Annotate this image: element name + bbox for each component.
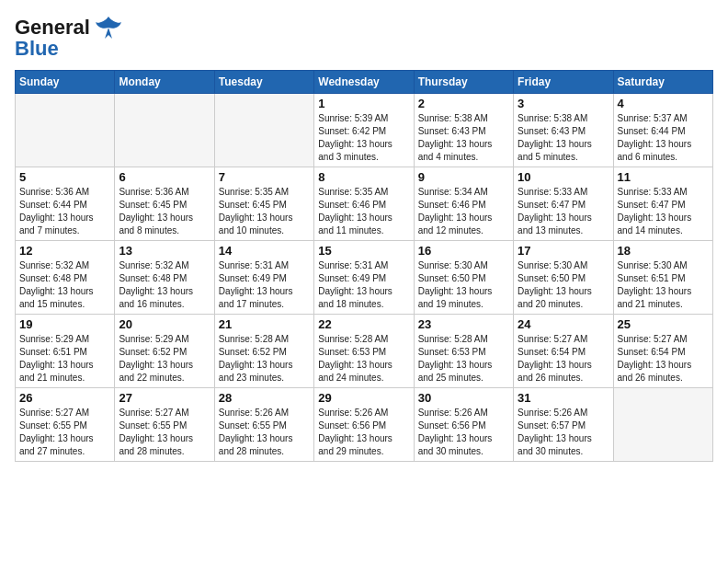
day-info: Sunrise: 5:34 AM Sunset: 6:46 PM Dayligh…: [418, 186, 509, 237]
day-info: Sunrise: 5:32 AM Sunset: 6:48 PM Dayligh…: [119, 259, 210, 311]
day-number: 19: [19, 317, 110, 331]
day-number: 21: [219, 317, 310, 331]
logo-container: General Blue: [15, 15, 123, 61]
logo: General Blue: [15, 15, 123, 61]
calendar-cell: 28Sunrise: 5:26 AM Sunset: 6:55 PM Dayli…: [214, 388, 313, 462]
day-number: 22: [318, 317, 409, 331]
day-number: 10: [518, 170, 609, 184]
day-info: Sunrise: 5:35 AM Sunset: 6:45 PM Dayligh…: [219, 186, 310, 237]
weekday-header-saturday: Saturday: [613, 71, 712, 94]
calendar-cell: 22Sunrise: 5:28 AM Sunset: 6:53 PM Dayli…: [314, 315, 414, 388]
calendar-cell: 31Sunrise: 5:26 AM Sunset: 6:57 PM Dayli…: [514, 388, 613, 462]
calendar-cell: 3Sunrise: 5:38 AM Sunset: 6:43 PM Daylig…: [514, 94, 613, 167]
calendar-cell: 17Sunrise: 5:30 AM Sunset: 6:50 PM Dayli…: [514, 241, 613, 315]
day-number: 5: [19, 170, 110, 184]
day-number: 13: [119, 244, 210, 258]
calendar-cell: 18Sunrise: 5:30 AM Sunset: 6:51 PM Dayli…: [613, 241, 712, 315]
week-row-0: 1Sunrise: 5:39 AM Sunset: 6:42 PM Daylig…: [16, 94, 713, 167]
day-info: Sunrise: 5:28 AM Sunset: 6:53 PM Dayligh…: [318, 333, 409, 385]
calendar-cell: 9Sunrise: 5:34 AM Sunset: 6:46 PM Daylig…: [414, 167, 513, 241]
day-number: 6: [119, 170, 210, 184]
day-number: 15: [318, 244, 409, 258]
day-number: 2: [418, 97, 509, 110]
calendar-cell: 8Sunrise: 5:35 AM Sunset: 6:46 PM Daylig…: [314, 167, 414, 241]
calendar-cell: 6Sunrise: 5:36 AM Sunset: 6:45 PM Daylig…: [115, 167, 214, 241]
day-info: Sunrise: 5:37 AM Sunset: 6:44 PM Dayligh…: [618, 112, 709, 164]
calendar-cell: 10Sunrise: 5:33 AM Sunset: 6:47 PM Dayli…: [514, 167, 613, 241]
calendar-cell: 19Sunrise: 5:29 AM Sunset: 6:51 PM Dayli…: [16, 315, 115, 388]
calendar-cell: 2Sunrise: 5:38 AM Sunset: 6:43 PM Daylig…: [414, 94, 513, 167]
calendar-cell: 29Sunrise: 5:26 AM Sunset: 6:56 PM Dayli…: [314, 388, 414, 462]
day-number: 18: [618, 244, 709, 258]
calendar-cell: 21Sunrise: 5:28 AM Sunset: 6:52 PM Dayli…: [214, 315, 313, 388]
day-number: 9: [418, 170, 509, 184]
day-info: Sunrise: 5:28 AM Sunset: 6:52 PM Dayligh…: [219, 333, 310, 385]
day-number: 24: [518, 317, 609, 331]
day-info: Sunrise: 5:27 AM Sunset: 6:54 PM Dayligh…: [518, 333, 609, 385]
day-info: Sunrise: 5:27 AM Sunset: 6:54 PM Dayligh…: [618, 333, 709, 385]
calendar-cell: 1Sunrise: 5:39 AM Sunset: 6:42 PM Daylig…: [314, 94, 414, 167]
weekday-header-friday: Friday: [514, 71, 613, 94]
day-number: 25: [618, 317, 709, 331]
day-info: Sunrise: 5:26 AM Sunset: 6:56 PM Dayligh…: [418, 407, 509, 458]
calendar-cell: 16Sunrise: 5:30 AM Sunset: 6:50 PM Dayli…: [414, 241, 513, 315]
calendar-cell: 15Sunrise: 5:31 AM Sunset: 6:49 PM Dayli…: [314, 241, 414, 315]
day-info: Sunrise: 5:30 AM Sunset: 6:50 PM Dayligh…: [518, 259, 609, 311]
logo-blue: Blue: [15, 37, 59, 61]
day-info: Sunrise: 5:26 AM Sunset: 6:55 PM Dayligh…: [219, 407, 310, 458]
day-number: 17: [518, 244, 609, 258]
calendar-cell: 7Sunrise: 5:35 AM Sunset: 6:45 PM Daylig…: [214, 167, 313, 241]
day-number: 3: [518, 97, 609, 110]
week-row-2: 12Sunrise: 5:32 AM Sunset: 6:48 PM Dayli…: [16, 241, 713, 315]
week-row-3: 19Sunrise: 5:29 AM Sunset: 6:51 PM Dayli…: [16, 315, 713, 388]
day-info: Sunrise: 5:26 AM Sunset: 6:56 PM Dayligh…: [318, 407, 409, 458]
day-info: Sunrise: 5:27 AM Sunset: 6:55 PM Dayligh…: [19, 407, 110, 458]
weekday-header-sunday: Sunday: [16, 71, 115, 94]
day-number: 12: [19, 244, 110, 258]
calendar-cell: 13Sunrise: 5:32 AM Sunset: 6:48 PM Dayli…: [115, 241, 214, 315]
day-number: 11: [618, 170, 709, 184]
day-info: Sunrise: 5:35 AM Sunset: 6:46 PM Dayligh…: [318, 186, 409, 237]
weekday-header-monday: Monday: [115, 71, 214, 94]
day-number: 26: [19, 391, 110, 405]
calendar-cell: 20Sunrise: 5:29 AM Sunset: 6:52 PM Dayli…: [115, 315, 214, 388]
day-number: 31: [518, 391, 609, 405]
day-info: Sunrise: 5:26 AM Sunset: 6:57 PM Dayligh…: [518, 407, 609, 458]
weekday-header-row: SundayMondayTuesdayWednesdayThursdayFrid…: [16, 71, 713, 94]
day-info: Sunrise: 5:33 AM Sunset: 6:47 PM Dayligh…: [518, 186, 609, 237]
calendar-cell: 4Sunrise: 5:37 AM Sunset: 6:44 PM Daylig…: [613, 94, 712, 167]
calendar-cell: 26Sunrise: 5:27 AM Sunset: 6:55 PM Dayli…: [16, 388, 115, 462]
day-number: 4: [618, 97, 709, 110]
calendar-cell: 14Sunrise: 5:31 AM Sunset: 6:49 PM Dayli…: [214, 241, 313, 315]
day-info: Sunrise: 5:30 AM Sunset: 6:50 PM Dayligh…: [418, 259, 509, 311]
day-number: 20: [119, 317, 210, 331]
calendar-cell: [115, 94, 214, 167]
day-info: Sunrise: 5:30 AM Sunset: 6:51 PM Dayligh…: [618, 259, 709, 311]
week-row-4: 26Sunrise: 5:27 AM Sunset: 6:55 PM Dayli…: [16, 388, 713, 462]
calendar-cell: 5Sunrise: 5:36 AM Sunset: 6:44 PM Daylig…: [16, 167, 115, 241]
calendar-cell: 25Sunrise: 5:27 AM Sunset: 6:54 PM Dayli…: [613, 315, 712, 388]
weekday-header-tuesday: Tuesday: [214, 71, 313, 94]
day-number: 23: [418, 317, 509, 331]
day-number: 30: [418, 391, 509, 405]
calendar-cell: 30Sunrise: 5:26 AM Sunset: 6:56 PM Dayli…: [414, 388, 513, 462]
day-info: Sunrise: 5:31 AM Sunset: 6:49 PM Dayligh…: [318, 259, 409, 311]
logo-bird-icon: [94, 15, 123, 40]
day-info: Sunrise: 5:29 AM Sunset: 6:51 PM Dayligh…: [19, 333, 110, 385]
day-number: 1: [318, 97, 409, 110]
calendar-cell: 24Sunrise: 5:27 AM Sunset: 6:54 PM Dayli…: [514, 315, 613, 388]
day-info: Sunrise: 5:38 AM Sunset: 6:43 PM Dayligh…: [518, 112, 609, 164]
day-number: 14: [219, 244, 310, 258]
day-number: 29: [318, 391, 409, 405]
day-info: Sunrise: 5:36 AM Sunset: 6:44 PM Dayligh…: [19, 186, 110, 237]
calendar-cell: 12Sunrise: 5:32 AM Sunset: 6:48 PM Dayli…: [16, 241, 115, 315]
day-info: Sunrise: 5:31 AM Sunset: 6:49 PM Dayligh…: [219, 259, 310, 311]
day-info: Sunrise: 5:32 AM Sunset: 6:48 PM Dayligh…: [19, 259, 110, 311]
calendar-table: SundayMondayTuesdayWednesdayThursdayFrid…: [15, 70, 713, 462]
calendar-cell: 23Sunrise: 5:28 AM Sunset: 6:53 PM Dayli…: [414, 315, 513, 388]
day-info: Sunrise: 5:27 AM Sunset: 6:55 PM Dayligh…: [119, 407, 210, 458]
week-row-1: 5Sunrise: 5:36 AM Sunset: 6:44 PM Daylig…: [16, 167, 713, 241]
day-number: 28: [219, 391, 310, 405]
day-info: Sunrise: 5:29 AM Sunset: 6:52 PM Dayligh…: [119, 333, 210, 385]
day-number: 8: [318, 170, 409, 184]
